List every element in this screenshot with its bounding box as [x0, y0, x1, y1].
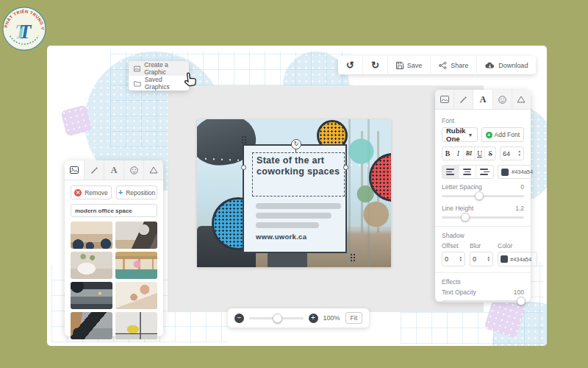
- image-thumbnail[interactable]: [71, 222, 112, 249]
- watermark-logo: PHÁT TRIỂN TRUNG VIỆT T T: [1, 6, 47, 54]
- font-size-stepper[interactable]: 64 ▲▼: [500, 146, 524, 160]
- shadow-color-hex: #434a54: [510, 256, 531, 263]
- design-card[interactable]: State of the art coworking spaces ↻ www.…: [243, 144, 347, 253]
- rotate-handle-icon[interactable]: ↻: [291, 139, 301, 149]
- menu-item-create-graphic[interactable]: Create a Graphic: [129, 61, 189, 76]
- shadow-offset-label: Offset: [442, 242, 465, 250]
- underline-button[interactable]: U: [475, 147, 486, 160]
- triangle-icon: [517, 96, 526, 103]
- image-thumbnail[interactable]: [115, 282, 157, 309]
- image-thumbnail[interactable]: [71, 282, 112, 309]
- tab-stickers[interactable]: [493, 90, 512, 109]
- align-right-button[interactable]: [476, 166, 493, 178]
- tab-text[interactable]: A: [104, 160, 124, 180]
- stepper-arrows-icon[interactable]: ▲▼: [487, 256, 490, 263]
- zoom-in-button[interactable]: +: [309, 314, 318, 323]
- zoom-out-button[interactable]: −: [234, 314, 244, 323]
- shadow-color-label: Color: [498, 242, 537, 250]
- divider: [435, 272, 531, 273]
- bold-button[interactable]: B: [442, 147, 453, 160]
- letter-spacing-slider[interactable]: [442, 195, 524, 197]
- align-center-button[interactable]: [459, 166, 476, 178]
- remove-label: Remove: [85, 189, 108, 197]
- font-family-select[interactable]: Rubik One ▼: [442, 127, 478, 142]
- shadow-offset-value: 0: [445, 255, 448, 263]
- tab-effects[interactable]: [454, 90, 473, 109]
- redo-icon: ↻: [371, 60, 379, 70]
- shadow-blur-stepper[interactable]: 0 ▲▼: [470, 252, 493, 266]
- share-icon: [439, 62, 447, 69]
- strikethrough-button[interactable]: S: [485, 147, 495, 160]
- stepper-arrows-icon[interactable]: ▲▼: [518, 150, 521, 157]
- italic-button[interactable]: I: [453, 147, 465, 160]
- save-label: Save: [407, 62, 423, 69]
- tab-shapes[interactable]: [144, 160, 163, 180]
- smiley-icon: [130, 166, 138, 174]
- reposition-plus-icon: +: [118, 188, 123, 197]
- image-thumbnail[interactable]: [115, 312, 157, 339]
- menu-item-saved-graphics[interactable]: Saved Graphics: [129, 76, 189, 91]
- shadow-section-label: Shadow: [442, 232, 524, 239]
- image-thumbnail[interactable]: [115, 252, 157, 279]
- placeholder-bar: [256, 203, 341, 209]
- placeholder-bar: [256, 213, 331, 219]
- watermark-letter: T: [19, 21, 32, 43]
- zoom-bar: − + 100% Fit: [228, 308, 369, 328]
- image-thumbnail[interactable]: [71, 312, 112, 339]
- slider-knob[interactable]: [517, 297, 526, 305]
- bold-italic-button[interactable]: BI: [464, 147, 475, 160]
- redo-button[interactable]: ↻: [362, 56, 387, 74]
- design-background-photo[interactable]: State of the art coworking spaces ↻ www.…: [197, 119, 391, 267]
- resize-dots-handle[interactable]: [241, 135, 247, 144]
- tab-images[interactable]: [65, 160, 85, 180]
- tab-text[interactable]: A: [473, 90, 492, 109]
- fit-button[interactable]: Fit: [345, 312, 362, 324]
- search-input[interactable]: [75, 208, 155, 214]
- text-opacity-slider[interactable]: [442, 300, 524, 302]
- effects-section-label: Effects: [442, 278, 524, 286]
- share-button[interactable]: Share: [430, 56, 476, 74]
- shadow-offset-stepper[interactable]: 0 ▲▼: [442, 252, 465, 266]
- remove-button[interactable]: ✕ Remove: [71, 185, 112, 199]
- shadow-color-picker[interactable]: #434a54: [498, 252, 537, 266]
- resize-dots-handle[interactable]: [350, 253, 356, 262]
- rotate-connector: [295, 149, 296, 153]
- line-height-slider[interactable]: [442, 216, 524, 219]
- shadow-blur-value: 0: [473, 255, 476, 263]
- slider-knob[interactable]: [475, 191, 484, 200]
- align-left-button[interactable]: [442, 166, 459, 178]
- letter-spacing-label: Letter Spacing: [442, 183, 482, 191]
- stepper-arrows-icon[interactable]: ▲▼: [459, 256, 462, 263]
- selection-handle-right[interactable]: [343, 165, 348, 170]
- undo-button[interactable]: ↺: [338, 56, 362, 74]
- save-button[interactable]: Save: [387, 56, 431, 74]
- letter-spacing-value: 0: [520, 183, 524, 191]
- selection-handle-left[interactable]: [241, 165, 246, 170]
- undo-icon: ↺: [346, 60, 354, 70]
- design-url-text[interactable]: www.uwork.ca: [256, 233, 306, 241]
- zoom-slider-knob[interactable]: [273, 314, 282, 323]
- zoom-slider[interactable]: [249, 317, 304, 319]
- download-button[interactable]: Download: [476, 56, 536, 74]
- font-color-hex: #434a54: [512, 169, 533, 175]
- font-color-picker[interactable]: #434a54: [498, 165, 537, 179]
- design-title-text[interactable]: State of the art coworking spaces: [257, 155, 343, 178]
- add-font-button[interactable]: + Add Font: [481, 127, 525, 142]
- image-thumbnail[interactable]: [71, 252, 112, 279]
- images-panel: A ✕ Remove + Reposition: [65, 160, 163, 336]
- menu-item-label: Saved Graphics: [145, 76, 184, 91]
- tab-shapes[interactable]: [512, 90, 531, 109]
- graphics-menu: Create a Graphic Saved Graphics: [129, 61, 189, 91]
- reposition-button[interactable]: + Reposition: [116, 185, 157, 199]
- tab-stickers[interactable]: [124, 160, 144, 180]
- tab-effects[interactable]: [85, 160, 104, 180]
- placeholder-bar: [256, 222, 319, 228]
- line-height-value: 1.2: [515, 205, 524, 212]
- font-name-value: Rubik One: [446, 127, 468, 143]
- color-swatch: [501, 255, 508, 263]
- tab-images[interactable]: [435, 90, 454, 109]
- text-selection-box[interactable]: State of the art coworking spaces: [252, 152, 345, 197]
- text-settings-panel: A Font Rubik One ▼ + Add Font B I: [435, 90, 531, 302]
- image-thumbnail[interactable]: [115, 222, 157, 249]
- slider-knob[interactable]: [461, 213, 470, 222]
